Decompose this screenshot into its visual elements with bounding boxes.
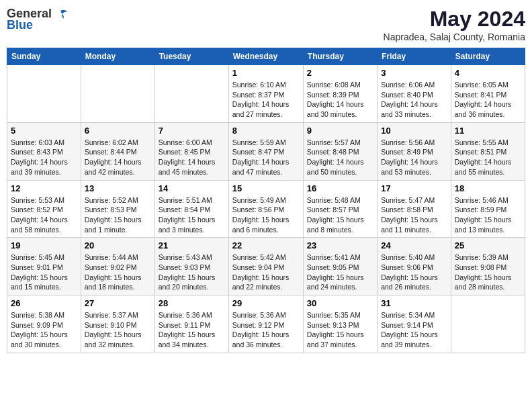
day-cell: 21Sunrise: 5:43 AMSunset: 9:03 PMDayligh… <box>154 238 228 295</box>
day-cell: 8Sunrise: 5:59 AMSunset: 8:47 PMDaylight… <box>228 122 303 180</box>
day-cell <box>7 65 81 123</box>
day-number: 15 <box>232 183 300 193</box>
week-row-2: 12Sunrise: 5:53 AMSunset: 8:52 PMDayligh… <box>7 180 525 238</box>
day-info: Sunrise: 5:36 AMSunset: 9:11 PMDaylight:… <box>159 310 225 350</box>
day-cell: 14Sunrise: 5:51 AMSunset: 8:54 PMDayligh… <box>154 180 228 238</box>
day-cell: 4Sunrise: 6:05 AMSunset: 8:41 PMDaylight… <box>451 65 525 123</box>
day-cell: 27Sunrise: 5:37 AMSunset: 9:10 PMDayligh… <box>81 295 154 353</box>
day-info: Sunrise: 6:10 AMSunset: 8:37 PMDaylight:… <box>232 80 300 120</box>
day-number: 10 <box>381 126 447 136</box>
day-info: Sunrise: 5:56 AMSunset: 8:49 PMDaylight:… <box>381 138 447 177</box>
day-cell: 26Sunrise: 5:38 AMSunset: 9:09 PMDayligh… <box>7 295 81 353</box>
day-number: 7 <box>159 126 225 136</box>
day-cell: 20Sunrise: 5:44 AMSunset: 9:02 PMDayligh… <box>81 238 154 295</box>
day-info: Sunrise: 6:00 AMSunset: 8:45 PMDaylight:… <box>159 138 225 177</box>
day-cell <box>81 65 154 123</box>
day-number: 14 <box>159 183 225 193</box>
location: Napradea, Salaj County, Romania <box>384 32 525 42</box>
day-number: 2 <box>307 68 373 78</box>
day-number: 16 <box>307 183 373 193</box>
header-thursday: Thursday <box>303 48 377 65</box>
day-number: 22 <box>232 240 300 250</box>
day-cell: 12Sunrise: 5:53 AMSunset: 8:52 PMDayligh… <box>7 180 81 238</box>
day-info: Sunrise: 6:05 AMSunset: 8:41 PMDaylight:… <box>455 80 521 120</box>
day-number: 6 <box>85 126 151 136</box>
day-cell: 7Sunrise: 6:00 AMSunset: 8:45 PMDaylight… <box>154 122 228 180</box>
day-info: Sunrise: 5:57 AMSunset: 8:48 PMDaylight:… <box>307 138 373 177</box>
day-cell: 25Sunrise: 5:39 AMSunset: 9:08 PMDayligh… <box>451 238 525 295</box>
calendar-table: SundayMondayTuesdayWednesdayThursdayFrid… <box>7 48 525 353</box>
header-friday: Friday <box>378 48 451 65</box>
day-cell: 1Sunrise: 6:10 AMSunset: 8:37 PMDaylight… <box>228 65 303 123</box>
logo: General Blue <box>7 7 68 32</box>
day-info: Sunrise: 6:02 AMSunset: 8:44 PMDaylight:… <box>85 138 151 177</box>
day-info: Sunrise: 5:39 AMSunset: 9:08 PMDaylight:… <box>455 253 521 292</box>
day-number: 29 <box>232 298 300 308</box>
day-cell: 2Sunrise: 6:08 AMSunset: 8:39 PMDaylight… <box>303 65 377 123</box>
day-cell <box>154 65 228 123</box>
day-info: Sunrise: 5:42 AMSunset: 9:04 PMDaylight:… <box>232 253 300 292</box>
day-cell: 10Sunrise: 5:56 AMSunset: 8:49 PMDayligh… <box>378 122 451 180</box>
day-cell: 5Sunrise: 6:03 AMSunset: 8:43 PMDaylight… <box>7 122 81 180</box>
day-cell: 31Sunrise: 5:34 AMSunset: 9:14 PMDayligh… <box>378 295 451 353</box>
day-info: Sunrise: 5:59 AMSunset: 8:47 PMDaylight:… <box>232 138 300 177</box>
header-row: SundayMondayTuesdayWednesdayThursdayFrid… <box>7 48 525 65</box>
day-info: Sunrise: 5:36 AMSunset: 9:12 PMDaylight:… <box>232 310 300 350</box>
day-number: 13 <box>85 183 151 193</box>
page-header: General Blue May 2024 Napradea, Salaj Co… <box>7 7 525 42</box>
day-cell: 13Sunrise: 5:52 AMSunset: 8:53 PMDayligh… <box>81 180 154 238</box>
day-info: Sunrise: 6:03 AMSunset: 8:43 PMDaylight:… <box>11 138 77 177</box>
month-title: May 2024 <box>384 7 525 32</box>
day-cell: 6Sunrise: 6:02 AMSunset: 8:44 PMDaylight… <box>81 122 154 180</box>
day-info: Sunrise: 5:55 AMSunset: 8:51 PMDaylight:… <box>455 138 521 177</box>
week-row-1: 5Sunrise: 6:03 AMSunset: 8:43 PMDaylight… <box>7 122 525 180</box>
header-monday: Monday <box>81 48 154 65</box>
day-number: 17 <box>381 183 447 193</box>
day-number: 31 <box>381 298 447 308</box>
logo-blue: Blue <box>7 18 33 32</box>
day-cell: 3Sunrise: 6:06 AMSunset: 8:40 PMDaylight… <box>378 65 451 123</box>
day-info: Sunrise: 5:53 AMSunset: 8:52 PMDaylight:… <box>11 195 77 235</box>
day-info: Sunrise: 6:06 AMSunset: 8:40 PMDaylight:… <box>381 80 447 120</box>
day-cell: 9Sunrise: 5:57 AMSunset: 8:48 PMDaylight… <box>303 122 377 180</box>
day-cell: 22Sunrise: 5:42 AMSunset: 9:04 PMDayligh… <box>228 238 303 295</box>
day-number: 23 <box>307 240 373 250</box>
day-info: Sunrise: 5:51 AMSunset: 8:54 PMDaylight:… <box>159 195 225 235</box>
day-info: Sunrise: 6:08 AMSunset: 8:39 PMDaylight:… <box>307 80 373 120</box>
day-number: 18 <box>455 183 521 193</box>
week-row-4: 26Sunrise: 5:38 AMSunset: 9:09 PMDayligh… <box>7 295 525 353</box>
day-info: Sunrise: 5:38 AMSunset: 9:09 PMDaylight:… <box>11 310 77 350</box>
day-cell: 29Sunrise: 5:36 AMSunset: 9:12 PMDayligh… <box>228 295 303 353</box>
day-info: Sunrise: 5:43 AMSunset: 9:03 PMDaylight:… <box>159 253 225 292</box>
day-number: 21 <box>159 240 225 250</box>
day-info: Sunrise: 5:40 AMSunset: 9:06 PMDaylight:… <box>381 253 447 292</box>
day-info: Sunrise: 5:52 AMSunset: 8:53 PMDaylight:… <box>85 195 151 235</box>
day-number: 19 <box>11 240 77 250</box>
day-number: 5 <box>11 126 77 136</box>
day-number: 12 <box>11 183 77 193</box>
day-info: Sunrise: 5:35 AMSunset: 9:13 PMDaylight:… <box>307 310 373 350</box>
header-wednesday: Wednesday <box>228 48 303 65</box>
day-cell: 17Sunrise: 5:47 AMSunset: 8:58 PMDayligh… <box>378 180 451 238</box>
day-info: Sunrise: 5:37 AMSunset: 9:10 PMDaylight:… <box>85 310 151 350</box>
day-cell: 11Sunrise: 5:55 AMSunset: 8:51 PMDayligh… <box>451 122 525 180</box>
day-number: 26 <box>11 298 77 308</box>
day-cell: 16Sunrise: 5:48 AMSunset: 8:57 PMDayligh… <box>303 180 377 238</box>
day-number: 24 <box>381 240 447 250</box>
day-number: 1 <box>232 68 300 78</box>
day-number: 20 <box>85 240 151 250</box>
day-cell: 28Sunrise: 5:36 AMSunset: 9:11 PMDayligh… <box>154 295 228 353</box>
day-cell: 24Sunrise: 5:40 AMSunset: 9:06 PMDayligh… <box>378 238 451 295</box>
day-info: Sunrise: 5:49 AMSunset: 8:56 PMDaylight:… <box>232 195 300 235</box>
day-info: Sunrise: 5:44 AMSunset: 9:02 PMDaylight:… <box>85 253 151 292</box>
day-cell: 15Sunrise: 5:49 AMSunset: 8:56 PMDayligh… <box>228 180 303 238</box>
day-cell: 18Sunrise: 5:46 AMSunset: 8:59 PMDayligh… <box>451 180 525 238</box>
day-info: Sunrise: 5:34 AMSunset: 9:14 PMDaylight:… <box>381 310 447 350</box>
week-row-0: 1Sunrise: 6:10 AMSunset: 8:37 PMDaylight… <box>7 65 525 123</box>
day-cell: 30Sunrise: 5:35 AMSunset: 9:13 PMDayligh… <box>303 295 377 353</box>
day-number: 27 <box>85 298 151 308</box>
header-sunday: Sunday <box>7 48 81 65</box>
header-tuesday: Tuesday <box>154 48 228 65</box>
title-area: May 2024 Napradea, Salaj County, Romania <box>384 7 525 42</box>
logo-bird-icon <box>54 7 68 21</box>
